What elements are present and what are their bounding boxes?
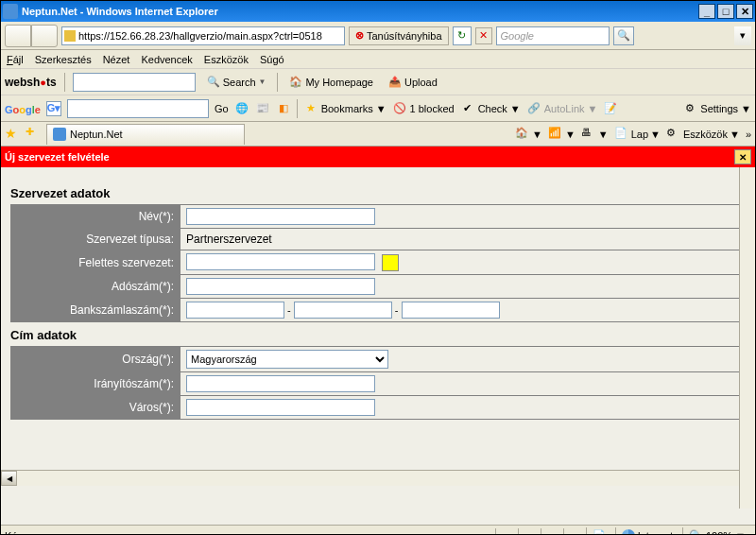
print-tool[interactable]: 🖶▼ [581, 127, 609, 142]
autofill-icon[interactable]: 📝 [603, 101, 618, 116]
menu-file[interactable]: FFájlájl [7, 54, 24, 65]
vertical-scrollbar[interactable] [739, 167, 755, 509]
lock-icon [64, 30, 76, 42]
webshots-search-button[interactable]: 🔍 Search ▼ [203, 74, 270, 91]
refresh-button[interactable]: ↻ [453, 26, 472, 45]
ie-icon [3, 4, 18, 19]
cert-label: Tanúsítványhiba [367, 30, 442, 42]
menu-favorites[interactable]: Kedvencek [141, 54, 192, 65]
label-parent-org: Felettes szervezet: [11, 250, 180, 274]
input-zip[interactable] [186, 375, 375, 392]
google-toolbar: Google G▾ Go 🌐 📰 ◧ ★ Bookmarks▼ 🚫 1 bloc… [1, 95, 755, 122]
tab-title: Neptun.Net [70, 129, 123, 140]
input-tax[interactable] [186, 278, 375, 295]
menu-edit[interactable]: Szerkesztés [35, 54, 92, 65]
url-input[interactable] [78, 30, 342, 42]
close-button[interactable]: ✕ [736, 4, 753, 19]
input-bank-3[interactable] [402, 302, 500, 319]
status-box-4 [563, 528, 582, 536]
tab-favicon [53, 128, 66, 141]
webshots-logo: websh●ts [5, 76, 57, 89]
earth-icon[interactable]: 🌐 [234, 101, 249, 116]
input-city[interactable] [186, 399, 375, 416]
input-bank-2[interactable] [294, 302, 392, 319]
status-box-1 [495, 528, 514, 536]
label-name: Név(*): [11, 205, 180, 228]
google-go-button[interactable]: Go [215, 103, 229, 114]
forward-button[interactable] [31, 25, 58, 47]
bookmarks-button[interactable]: ★ Bookmarks▼ [303, 101, 387, 116]
feed-tool[interactable]: 📶▼ [548, 127, 576, 142]
org-form-table: Név(*): Szervezet típusa: Partnerszervez… [10, 204, 746, 322]
status-bar: Kész 📄 Internet 🔍 100% ▼ [1, 525, 755, 535]
toolbar-options-button[interactable]: ▾ [734, 26, 751, 45]
menu-view[interactable]: Nézet [103, 54, 130, 65]
settings-button[interactable]: ⚙ Settings▼ [682, 101, 751, 116]
stop-button[interactable]: ✕ [475, 27, 492, 44]
tools-tool[interactable]: ⚙Eszközök▼ [666, 127, 740, 142]
command-bar: 🏠▼ 📶▼ 🖶▼ 📄Lap▼ ⚙Eszközök▼ » [515, 127, 751, 142]
webshots-combo[interactable] [73, 73, 196, 92]
star-icon: ★ [303, 101, 318, 116]
banner-title: Új szervezet felvétele [5, 151, 110, 163]
certificate-warning[interactable]: ⊗ Tanúsítványhiba [349, 26, 449, 45]
news-icon[interactable]: 📰 [255, 101, 270, 116]
check-icon: ✔ [460, 101, 475, 116]
back-button[interactable] [5, 25, 31, 47]
window-title: Neptun.Net - Windows Internet Explorer [22, 6, 698, 17]
shield-icon: 📄 [593, 529, 606, 535]
scroll-track[interactable] [17, 471, 739, 486]
input-name[interactable] [186, 208, 375, 225]
page-tool[interactable]: 📄Lap▼ [614, 127, 661, 142]
popup-blocked-button[interactable]: 🚫 1 blocked [392, 101, 455, 116]
check-button[interactable]: ✔ Check▼ [460, 101, 521, 116]
home-tool[interactable]: 🏠▼ [515, 127, 542, 142]
banner-close-button[interactable]: ✕ [734, 149, 751, 164]
menu-help[interactable]: Súgó [260, 54, 284, 65]
value-type: Partnerszervezet [180, 229, 745, 250]
status-ready: Kész [5, 530, 80, 536]
select-country[interactable]: Magyarország [186, 350, 388, 369]
blocked-icon: 🚫 [392, 101, 407, 116]
my-homepage-button[interactable]: 🏠 My Homepage [285, 74, 377, 91]
menu-tools[interactable]: Eszközök [204, 54, 249, 65]
status-zoom[interactable]: 🔍 100% ▼ [682, 527, 751, 536]
home-icon: 🏠 [515, 127, 530, 142]
rss-icon: 📶 [548, 127, 563, 142]
chevron-down-icon: ▼ [735, 530, 746, 536]
google-search-input[interactable] [67, 99, 209, 118]
gear-icon: ⚙ [666, 127, 681, 142]
chevrons-icon[interactable]: » [746, 129, 751, 140]
blogger-icon[interactable]: ◧ [276, 101, 291, 116]
search-button[interactable]: 🔍 [613, 26, 634, 45]
content-area: Új szervezet felvétele ✕ Szervezet adato… [1, 147, 755, 525]
menu-bar: FFájlájl Szerkesztés Nézet Kedvencek Esz… [1, 50, 755, 69]
autolink-button[interactable]: 🔗 AutoLink▼ [526, 101, 598, 116]
minimize-button[interactable]: _ [698, 4, 715, 19]
lookup-parent-org-button[interactable] [382, 254, 399, 271]
search-icon: 🔍 [207, 76, 220, 89]
autolink-icon: 🔗 [526, 101, 541, 116]
add-favorite-icon[interactable]: ✚ [26, 126, 43, 143]
tab-neptun[interactable]: Neptun.Net [46, 124, 245, 145]
favorites-star-icon[interactable]: ★ [5, 126, 22, 143]
scroll-left-button[interactable]: ◀ [1, 471, 17, 486]
titlebar: Neptun.Net - Windows Internet Explorer _… [1, 1, 755, 22]
label-zip: Irányítószám(*): [11, 372, 180, 395]
section-org-data: Szervezet adatok [10, 186, 746, 200]
search-box[interactable]: Google [496, 26, 610, 45]
upload-button[interactable]: 📤 Upload [385, 74, 441, 91]
home-icon: 🏠 [289, 76, 302, 89]
input-parent-org[interactable] [186, 253, 375, 270]
cert-error-icon: ⊗ [355, 29, 364, 42]
address-bar[interactable] [61, 26, 345, 45]
section-address-data: Cím adatok [10, 328, 746, 342]
input-bank-1[interactable] [186, 302, 284, 319]
maximize-button[interactable]: □ [717, 4, 734, 19]
google-g-icon[interactable]: G▾ [46, 101, 61, 116]
upload-icon: 📤 [388, 76, 402, 89]
status-box-3 [541, 528, 559, 536]
label-bank: Bankszámlaszám(*): [11, 299, 180, 321]
status-zone: Internet [615, 527, 679, 536]
horizontal-scrollbar[interactable]: ◀ ▶ [1, 470, 755, 486]
